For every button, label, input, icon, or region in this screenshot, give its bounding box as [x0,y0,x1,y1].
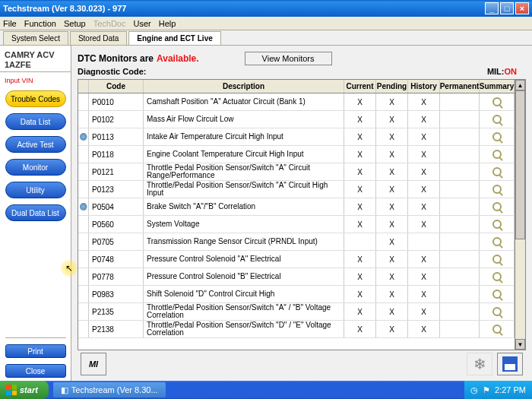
row-status-icon [78,181,89,198]
start-button[interactable]: start [0,381,49,399]
cell-current: X [344,321,376,337]
cell-permanent [440,181,480,198]
cell-summary-magnifier[interactable] [480,216,515,233]
magnifier-icon [492,325,502,334]
close-button[interactable]: Close [5,364,66,378]
tray-icon[interactable]: ◷ [470,385,478,395]
cell-summary-magnifier[interactable] [480,128,515,145]
cell-summary-magnifier[interactable] [480,93,515,110]
cell-summary-magnifier[interactable] [480,303,515,320]
col-description[interactable]: Description [144,80,344,93]
table-row[interactable]: P0113Intake Air Temperature Circuit High… [78,128,515,146]
nav-utility[interactable]: Utility [5,182,66,198]
cell-description: Pressure Control Solenoid "B" Electrical [144,268,344,285]
tray-icon[interactable]: ⚑ [483,385,490,395]
table-row[interactable]: P0778Pressure Control Solenoid "B" Elect… [78,268,515,286]
windows-logo-icon [6,385,17,395]
cell-code: P0983 [89,286,144,302]
table-row[interactable]: P0748Pressure Control Solenoid "A" Elect… [78,251,515,268]
menu-setup[interactable]: Setup [64,19,86,28]
col-summary[interactable]: Summary [480,80,515,93]
table-row[interactable]: P2135Throttle/Pedal Position Sensor/Swit… [78,303,515,321]
cell-permanent [440,233,480,250]
nav-trouble-codes[interactable]: Trouble Codes [5,90,66,107]
table-row[interactable]: P0118Engine Coolant Temperature Circuit … [78,146,515,163]
cell-history: X [408,268,440,285]
col-history[interactable]: History [408,80,440,93]
cell-history: X [408,128,440,145]
cell-current: X [344,111,376,128]
cell-pending: X [376,93,408,110]
row-status-icon [78,268,89,285]
save-icon[interactable] [497,353,523,375]
cell-summary-magnifier[interactable] [480,198,515,215]
magnifier-icon [492,132,502,141]
clock[interactable]: 2:27 PM [495,385,526,394]
magnifier-icon [492,307,502,316]
table-row[interactable]: P0102Mass Air Flow Circuit LowXXX [78,111,515,128]
scroll-down-button[interactable]: ▼ [515,339,525,350]
table-row[interactable]: P0010Camshaft Position "A" Actuator Circ… [78,93,515,111]
system-tray[interactable]: ◷ ⚑ 2:27 PM [464,381,532,399]
input-vin-link[interactable]: Input VIN [0,77,71,84]
tab-engine-ect[interactable]: Engine and ECT Live [128,31,220,45]
cell-code: P0560 [89,216,144,233]
cell-code: P0123 [89,181,144,198]
cell-summary-magnifier[interactable] [480,233,515,250]
cell-pending: X [376,181,408,198]
table-row[interactable]: P0121Throttle Pedal Position Sensor/Swit… [78,163,515,181]
magnifier-icon [492,150,502,159]
cell-summary-magnifier[interactable] [480,286,515,302]
nav-dual-data-list[interactable]: Dual Data List [5,204,66,221]
cell-current: X [344,198,376,215]
print-button[interactable]: Print [5,344,66,358]
col-current[interactable]: Current [344,80,376,93]
cell-current: X [344,128,376,145]
table-row[interactable]: P0705Transmission Range Sensor Circuit (… [78,233,515,251]
cell-pending: X [376,268,408,285]
menu-user[interactable]: User [133,19,150,28]
col-permanent[interactable]: Permanent [440,80,480,93]
cell-permanent [440,146,480,163]
mil-tool-icon[interactable]: MI [81,353,106,375]
scroll-thumb[interactable] [515,90,525,239]
close-window-button[interactable]: × [515,2,529,14]
cell-summary-magnifier[interactable] [480,163,515,180]
menu-file[interactable]: File [3,19,17,28]
cell-summary-magnifier[interactable] [480,146,515,163]
table-row[interactable]: P0560System VoltageXXX [78,216,515,233]
cell-history: X [408,111,440,128]
minimize-button[interactable]: _ [485,2,499,14]
cell-summary-magnifier[interactable] [480,181,515,198]
freeze-frame-icon[interactable]: ❄ [467,353,492,375]
tab-system-select[interactable]: System Select [3,31,68,45]
table-row[interactable]: P2138Throttle/Pedal Position Sensor/Swit… [78,321,515,338]
cell-summary-magnifier[interactable] [480,321,515,337]
table-row[interactable]: P0504Brake Switch "A"/"B" CorrelationXXX [78,198,515,216]
table-row[interactable]: P0983Shift Solenoid "D" Control Circuit … [78,286,515,303]
col-pending[interactable]: Pending [376,80,408,93]
col-code[interactable]: Code [89,80,144,93]
cell-description: Engine Coolant Temperature Circuit High … [144,146,344,163]
cell-permanent [440,163,480,180]
cell-summary-magnifier[interactable] [480,111,515,128]
taskbar-app-techstream[interactable]: ◧Techstream (Ver 8.30... [53,382,166,397]
table-scrollbar[interactable]: ▲ ▼ [515,80,525,350]
cell-summary-magnifier[interactable] [480,251,515,268]
nav-monitor[interactable]: Monitor [5,159,66,176]
dtc-table: Code Description Current Pending History… [78,79,526,350]
tab-stored-data[interactable]: Stored Data [70,31,127,45]
cell-pending: X [376,233,408,250]
table-row[interactable]: P0123Throttle/Pedal Position Sensor/Swit… [78,181,515,198]
scroll-up-button[interactable]: ▲ [515,80,525,90]
menu-techdoc: TechDoc [93,19,126,28]
menu-help[interactable]: Help [159,19,176,28]
menu-function[interactable]: Function [24,19,56,28]
maximize-button[interactable]: □ [500,2,514,14]
view-monitors-button[interactable]: View Monitors [245,52,332,65]
nav-data-list[interactable]: Data List [5,113,66,130]
content-area: DTC Monitors are Available. View Monitor… [71,46,532,381]
cell-pending: X [376,286,408,302]
nav-active-test[interactable]: Active Test [5,136,66,153]
cell-summary-magnifier[interactable] [480,268,515,285]
